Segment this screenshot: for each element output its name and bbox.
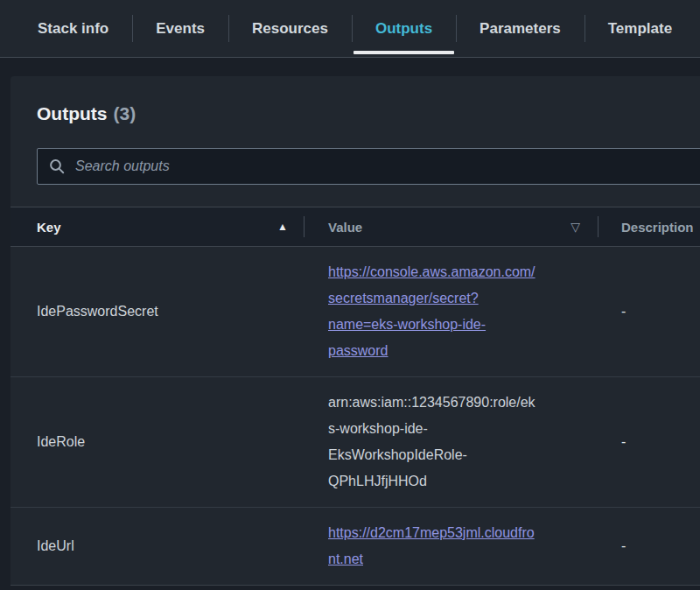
search-box[interactable] xyxy=(37,148,700,185)
search-icon xyxy=(49,158,65,174)
output-key-cell: IdeUrl xyxy=(10,538,304,554)
tab-events[interactable]: Events xyxy=(132,0,228,57)
output-key-cell: IdePasswordSecret xyxy=(10,304,304,320)
output-value-cell: https://console.aws.amazon.com/secretsma… xyxy=(304,247,598,376)
search-input[interactable] xyxy=(74,158,700,175)
column-label-key: Key xyxy=(37,220,61,235)
outputs-panel: Outputs(3) Key ▲ Value ▽ Description Ide… xyxy=(10,76,700,586)
output-value-cell: arn:aws:iam::1234567890:role/eks-worksho… xyxy=(304,377,598,507)
output-value-cell: https://d2cm17mep53jml.cloudfront.net xyxy=(304,508,598,585)
table-header: Key ▲ Value ▽ Description xyxy=(10,207,700,247)
output-description-cell: - xyxy=(598,538,700,554)
output-value-text: arn:aws:iam::1234567890:role/eks-worksho… xyxy=(328,395,536,488)
column-header-description[interactable]: Description xyxy=(598,207,700,246)
output-key-cell: IdeRole xyxy=(10,434,304,450)
tab-resources[interactable]: Resources xyxy=(228,0,352,57)
output-description-cell: - xyxy=(598,434,700,450)
outputs-count-badge: (3) xyxy=(113,103,136,123)
column-label-value: Value xyxy=(328,220,362,235)
tab-template[interactable]: Template xyxy=(584,0,696,57)
tab-parameters[interactable]: Parameters xyxy=(456,0,584,57)
page-title: Outputs(3) xyxy=(37,102,700,125)
column-header-key[interactable]: Key ▲ xyxy=(10,207,304,246)
sort-ascending-icon: ▲ xyxy=(277,221,288,233)
stack-tab-bar: Stack info Events Resources Outputs Para… xyxy=(0,0,700,58)
panel-header: Outputs(3) xyxy=(10,76,700,185)
sort-indicator-icon: ▽ xyxy=(570,220,580,234)
tab-outputs[interactable]: Outputs xyxy=(352,0,456,57)
table-row: IdeUrl https://d2cm17mep53jml.cloudfront… xyxy=(10,508,700,585)
column-header-value[interactable]: Value ▽ xyxy=(304,207,598,246)
output-value-link[interactable]: https://d2cm17mep53jml.cloudfront.net xyxy=(328,525,535,566)
column-label-description: Description xyxy=(621,220,694,235)
output-description-cell: - xyxy=(598,304,700,320)
output-value-link[interactable]: https://console.aws.amazon.com/secretsma… xyxy=(328,264,536,358)
table-row: IdePasswordSecret https://console.aws.am… xyxy=(10,247,700,377)
tab-stack-info[interactable]: Stack info xyxy=(14,0,132,57)
table-row: IdeRole arn:aws:iam::1234567890:role/eks… xyxy=(10,377,700,508)
panel-title-text: Outputs xyxy=(37,103,107,123)
